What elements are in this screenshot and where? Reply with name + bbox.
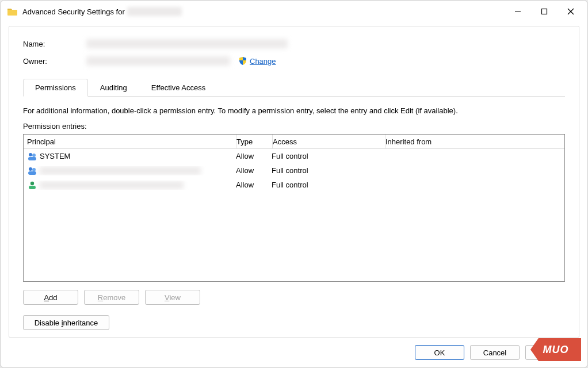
type-cell: Allow [236, 166, 272, 175]
svg-point-3 [32, 154, 36, 157]
svg-point-8 [30, 181, 34, 185]
table-row[interactable]: Allow Full control [24, 178, 564, 192]
col-type-header[interactable]: Type [236, 137, 272, 146]
svg-point-5 [29, 167, 32, 171]
remove-button[interactable]: Remove [84, 290, 139, 305]
permission-grid: Principal Type Access Inherited from SYS… [23, 134, 565, 282]
access-cell: Full control [272, 152, 384, 160]
cancel-button[interactable]: Cancel [470, 345, 520, 360]
tab-effective-access[interactable]: Effective Access [139, 79, 217, 97]
content-panel: Name: Owner: Change Permissions Auditing… [9, 26, 579, 338]
ok-button[interactable]: OK [415, 345, 464, 360]
muo-watermark: MUO [530, 338, 581, 361]
permission-entries-label: Permission entries: [23, 122, 565, 131]
minimize-button[interactable] [505, 2, 531, 21]
col-inherited-header[interactable]: Inherited from [385, 137, 561, 146]
info-text: For additional information, double-click… [23, 106, 565, 116]
svg-rect-7 [28, 171, 36, 175]
add-button[interactable]: Add [23, 290, 78, 305]
table-row[interactable]: Allow Full control [24, 163, 564, 178]
owner-row: Owner: Change [23, 56, 565, 66]
principal-redacted [40, 167, 201, 175]
group-icon [27, 166, 37, 175]
entry-buttons: Add Remove View [23, 290, 565, 305]
group-icon [27, 152, 37, 161]
tab-permissions[interactable]: Permissions [23, 79, 88, 97]
view-button[interactable]: View [145, 290, 200, 305]
inheritance-buttons: Disable inheritance [23, 315, 565, 330]
owner-value-redacted [86, 56, 230, 66]
disable-inheritance-button[interactable]: Disable inheritance [23, 315, 109, 330]
name-value-redacted [86, 39, 288, 48]
principal-name: SYSTEM [40, 152, 70, 160]
svg-point-6 [32, 168, 36, 171]
name-label: Name: [23, 40, 86, 48]
change-owner-link[interactable]: Change [250, 57, 276, 66]
window-advanced-security: Advanced Security Settings for Name: Own… [0, 0, 588, 368]
folder-icon [7, 7, 18, 16]
window-title-redacted [127, 7, 182, 16]
tab-auditing[interactable]: Auditing [88, 79, 139, 97]
type-cell: Allow [236, 152, 272, 160]
user-icon [27, 181, 37, 190]
type-cell: Allow [236, 181, 272, 189]
svg-rect-1 [542, 9, 547, 14]
close-button[interactable] [558, 2, 584, 21]
shield-icon [238, 56, 247, 66]
col-access-header[interactable]: Access [273, 137, 385, 146]
table-row[interactable]: SYSTEM Allow Full control [24, 149, 564, 163]
grid-header: Principal Type Access Inherited from [24, 135, 564, 149]
name-row: Name: [23, 39, 565, 48]
owner-label: Owner: [23, 57, 86, 66]
window-title: Advanced Security Settings for [22, 7, 125, 16]
titlebar: Advanced Security Settings for [1, 1, 587, 22]
principal-redacted [40, 181, 184, 189]
svg-rect-9 [29, 186, 36, 189]
svg-rect-0 [515, 12, 521, 12]
svg-rect-4 [28, 157, 36, 160]
access-cell: Full control [272, 166, 384, 175]
col-principal-header[interactable]: Principal [27, 137, 236, 146]
dialog-footer: OK Cancel Apply [1, 338, 587, 367]
maximize-button[interactable] [531, 2, 558, 21]
tab-strip: Permissions Auditing Effective Access [23, 78, 565, 97]
svg-point-2 [29, 153, 32, 156]
access-cell: Full control [272, 181, 384, 189]
